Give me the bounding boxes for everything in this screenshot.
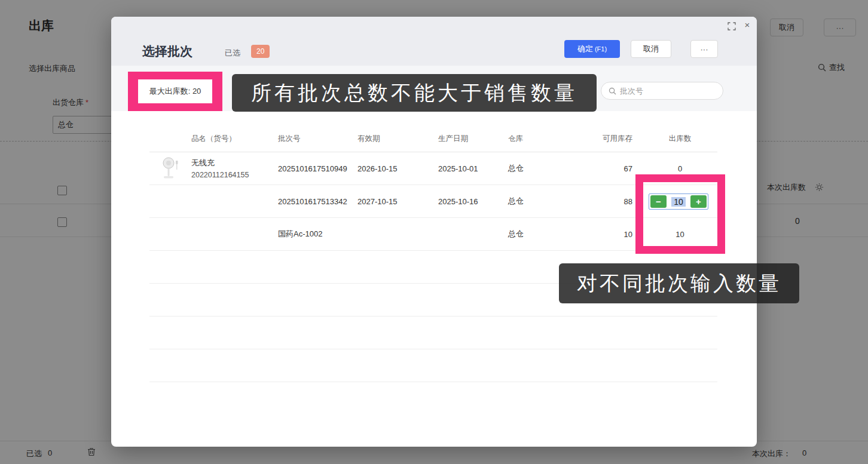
batch-search-input[interactable] <box>620 87 716 96</box>
cell-name: 无线充 20220112164155 <box>191 152 275 185</box>
stepper-highlight-frame <box>635 174 725 254</box>
table-row[interactable]: 国药Ac-1002 总仓 10 10 <box>149 218 717 251</box>
table-row[interactable]: 2025101617513342 2027-10-15 2025-10-16 总… <box>149 185 717 218</box>
max-out-badge: 最大出库数: 20 <box>138 79 212 103</box>
close-icon[interactable]: × <box>742 20 752 30</box>
screen: 出库 取消 ··· 选择出库商品 查找 出货仓库* 本次出库数 0 <box>0 0 868 464</box>
table-header-row: 品名（货号） 批次号 有效期 生产日期 仓库 可用库存 出库数 <box>149 125 717 152</box>
cell-batch: 2025101617510949 <box>278 152 356 185</box>
cell-batch: 国药Ac-1002 <box>278 218 356 250</box>
confirm-button[interactable]: 确定(F1) <box>564 40 620 58</box>
header-prod-date: 生产日期 <box>438 125 504 152</box>
header-warehouse: 仓库 <box>508 125 562 152</box>
fullscreen-icon[interactable] <box>728 22 737 32</box>
cell-prod-date: 2025-10-16 <box>438 185 504 217</box>
header-batch: 批次号 <box>278 125 356 152</box>
cell-prod-date: 2025-10-01 <box>438 152 504 185</box>
search-icon <box>609 87 616 95</box>
empty-row <box>149 316 717 349</box>
cell-stock: 88 <box>574 185 632 217</box>
tooltip-total-limit: 所有批次总数不能大于销售数量 <box>232 74 597 112</box>
selected-label: 已选 <box>225 48 240 59</box>
product-sku: 20220112164155 <box>191 171 249 179</box>
product-name: 无线充 <box>191 158 249 168</box>
product-image <box>161 152 185 185</box>
tooltip-enter-quantity: 对不同批次输入数量 <box>559 263 799 303</box>
max-out-highlight-frame: 最大出库数: 20 <box>128 72 222 111</box>
cell-stock: 10 <box>574 218 632 250</box>
batch-search-box[interactable] <box>601 82 723 100</box>
header-name: 品名（货号） <box>191 125 275 152</box>
modal-more-button[interactable]: ··· <box>690 40 718 58</box>
table-row[interactable]: 无线充 20220112164155 2025101617510949 2026… <box>149 152 717 185</box>
header-stock: 可用库存 <box>574 125 632 152</box>
cell-stock: 67 <box>574 152 632 185</box>
cell-batch: 2025101617513342 <box>278 185 356 217</box>
header-expiry: 有效期 <box>357 125 423 152</box>
modal-title: 选择批次 <box>142 43 192 60</box>
header-out-qty: 出库数 <box>655 125 705 152</box>
cell-expiry: 2026-10-15 <box>357 152 423 185</box>
empty-row <box>149 349 717 382</box>
modal-header: 选择批次 已选 20 确定(F1) 取消 ··· × <box>111 17 757 66</box>
cell-warehouse: 总仓 <box>508 185 562 217</box>
cell-expiry: 2027-10-15 <box>357 185 423 217</box>
confirm-hotkey: (F1) <box>595 45 607 53</box>
modal-cancel-button[interactable]: 取消 <box>631 40 671 58</box>
selected-count-badge: 20 <box>251 45 270 58</box>
cell-warehouse: 总仓 <box>508 152 562 185</box>
cell-warehouse: 总仓 <box>508 218 562 250</box>
